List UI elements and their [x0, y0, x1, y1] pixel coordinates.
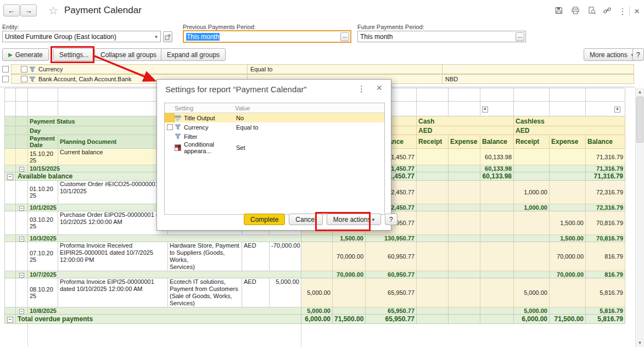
cell-cashless-balance[interactable]: 70,816.79 — [586, 211, 625, 235]
cell-cashless-receipt[interactable]: 1,000.00 — [514, 181, 550, 204]
cell-total-expense[interactable]: 1,500.00 — [333, 235, 366, 242]
cell-cashless-expense[interactable]: 1,500.00 — [550, 235, 586, 242]
entity-dropdown-icon[interactable]: ▾ — [152, 34, 160, 40]
cell-cash-balance[interactable]: 60,133.98 — [480, 165, 514, 172]
cell-total-expense[interactable]: 70,000.00 — [333, 242, 366, 271]
print-icon[interactable] — [570, 6, 581, 17]
cell-total-receipt[interactable]: 6,000.00 — [301, 315, 333, 324]
setting-row-conditional-appearance[interactable]: Conditional appeara... Set — [165, 141, 384, 150]
cell-cashless-balance[interactable]: 72,316.79 — [586, 204, 625, 211]
cell-cashless-balance[interactable]: 71,316.79 — [586, 172, 625, 181]
cell-total-receipt[interactable]: 5,000.00 — [301, 278, 333, 307]
collapse-group-button[interactable]: − — [19, 237, 24, 242]
collapse-group-button[interactable]: − — [19, 273, 24, 278]
cell-total-balance[interactable]: 65,950.77 — [366, 307, 417, 315]
header-cash-group[interactable]: Cash — [417, 116, 514, 126]
entity-open-button[interactable] — [163, 31, 172, 42]
cell-total-balance[interactable]: 60,950.77 — [366, 242, 417, 271]
setting-row-filter[interactable]: Filter — [165, 132, 384, 141]
collapse-group-button[interactable]: − — [19, 206, 24, 211]
cell-cashless-balance[interactable]: 5,816.79 — [586, 307, 625, 315]
dialog-close-icon[interactable]: × — [376, 82, 382, 94]
cell-payment-date[interactable]: 07.10.2025 — [28, 242, 58, 271]
scrollbar-thumb[interactable] — [636, 97, 643, 143]
more-actions-button[interactable]: More actions▾ — [584, 48, 640, 61]
cell-cash-balance[interactable]: 60,133.98 — [480, 172, 514, 181]
setting-row-currency[interactable]: Currency Equal to — [165, 122, 384, 132]
cell-payment-date[interactable]: 03.10.2025 — [28, 211, 58, 235]
collapse-section-button[interactable]: − — [7, 317, 13, 323]
filter-value-currency[interactable] — [442, 64, 634, 74]
header-payment-date[interactable]: Payment Date — [28, 135, 58, 149]
scroll-up-icon[interactable]: ▲ — [636, 88, 644, 96]
cell-cashless-balance[interactable]: 5,816.79 — [586, 315, 625, 324]
cell-currency[interactable]: AED — [242, 278, 270, 307]
setting-row-title-output[interactable]: Title Output No — [165, 113, 384, 122]
filter-value-bank-account[interactable]: NBD — [442, 74, 634, 84]
header-cash-expense[interactable]: Expense — [449, 135, 480, 149]
group-label[interactable]: 10/7/2025 — [28, 271, 301, 278]
cell-total-balance[interactable]: 65,950.77 — [366, 278, 417, 307]
expand-all-groups-button[interactable]: Expand all groups — [161, 48, 226, 61]
header-day[interactable]: Day — [28, 126, 168, 135]
cell-cashless-balance[interactable]: 71,316.79 — [586, 149, 625, 165]
cell-planning-document[interactable]: Proforma Invoice Received EIPIR25-000000… — [58, 242, 168, 271]
cell-cashless-balance[interactable]: 70,816.79 — [586, 235, 625, 242]
dialog-menu-icon[interactable]: ⋮ — [357, 84, 366, 94]
header-cashless-balance[interactable]: Balance — [586, 135, 625, 149]
vertical-scrollbar[interactable]: ▲ ▼ — [635, 88, 644, 347]
cell-cashless-expense[interactable]: 71,500.00 — [550, 315, 586, 324]
filter-condition-currency[interactable]: Equal to — [247, 64, 443, 74]
cell-payment-date[interactable]: 15.10.2025 — [28, 149, 58, 165]
link-icon[interactable] — [602, 6, 613, 17]
filter-row-bank-checkbox[interactable] — [2, 76, 9, 82]
cell-payment-date[interactable]: 01.10.2025 — [28, 181, 58, 204]
generate-button[interactable]: ▶Generate — [2, 48, 49, 61]
header-currency-cashless[interactable]: AED — [514, 126, 625, 135]
previous-period-choose-button[interactable]: ... — [340, 32, 349, 41]
header-currency-cash[interactable]: AED — [417, 126, 514, 135]
cell-cash-balance[interactable]: 60,133.98 — [480, 149, 514, 165]
cell-total-expense[interactable]: 70,000.00 — [333, 271, 366, 278]
cell-total-receipt[interactable]: 5,000.00 — [301, 307, 333, 315]
filter-row-currency-checkbox[interactable] — [2, 66, 9, 72]
previous-period-input[interactable]: This month ... — [183, 30, 351, 43]
cell-payment-date[interactable]: 08.10.2025 — [28, 278, 58, 307]
cell-total-expense[interactable]: 71,500.00 — [333, 315, 366, 324]
header-payment-status[interactable]: Payment Status — [28, 116, 168, 126]
cell-total-balance[interactable]: 65,950.77 — [366, 315, 417, 324]
collapse-group-button[interactable]: − — [19, 309, 24, 314]
cell-cashless-expense[interactable]: 70,000.00 — [550, 242, 586, 271]
cell-planning-document[interactable]: Purchase Order EIPO25-00000001 da 10/2/2… — [58, 211, 168, 235]
cell-cashless-balance[interactable]: 5,816.79 — [586, 278, 625, 307]
collapse-group-button[interactable]: − — [19, 167, 24, 172]
filter-use-checkbox[interactable] — [21, 76, 27, 82]
cell-amount[interactable]: -70,000.00 — [270, 242, 301, 271]
help-button[interactable]: ? — [632, 48, 644, 61]
dialog-help-button[interactable]: ? — [385, 214, 397, 225]
cell-cashless-balance[interactable]: 816.79 — [586, 242, 625, 271]
cell-description[interactable]: Hardware Store, Payment to Suppliers (Go… — [168, 242, 242, 271]
entity-input[interactable]: United Furniture Group (East location) ▾ — [2, 31, 161, 42]
cell-description[interactable]: Ecotech IT solutions, Payment from Custo… — [168, 278, 242, 307]
cell-cashless-receipt[interactable]: 5,000.00 — [514, 278, 550, 307]
cell-cashless-expense[interactable]: 1,500.00 — [550, 211, 586, 235]
future-period-input[interactable]: This month ... — [357, 31, 526, 42]
cell-cashless-receipt[interactable]: 5,000.00 — [514, 307, 550, 315]
back-button[interactable]: ← — [3, 4, 20, 16]
cell-cashless-balance[interactable]: 71,316.79 — [586, 165, 625, 172]
scroll-down-icon[interactable]: ▼ — [636, 339, 644, 347]
forward-button[interactable]: → — [20, 4, 37, 16]
header-cash-balance[interactable]: Balance — [480, 135, 514, 149]
cell-cashless-receipt[interactable]: 6,000.00 — [514, 315, 550, 324]
header-cash-receipt[interactable]: Receipt — [417, 135, 449, 149]
complete-button[interactable]: Complete — [244, 214, 285, 225]
future-period-choose-button[interactable]: ... — [516, 32, 524, 41]
header-cashless-receipt[interactable]: Receipt — [514, 135, 550, 149]
header-cashless-expense[interactable]: Expense — [550, 135, 586, 149]
close-icon[interactable]: × — [631, 6, 642, 17]
expand-cash-columns-button[interactable]: + — [482, 107, 488, 113]
filter-use-checkbox[interactable] — [21, 66, 27, 72]
preview-icon[interactable] — [586, 6, 597, 17]
cell-planning-document[interactable]: Customer Order #EICO25-00000001 f 10/1/2… — [58, 181, 168, 204]
